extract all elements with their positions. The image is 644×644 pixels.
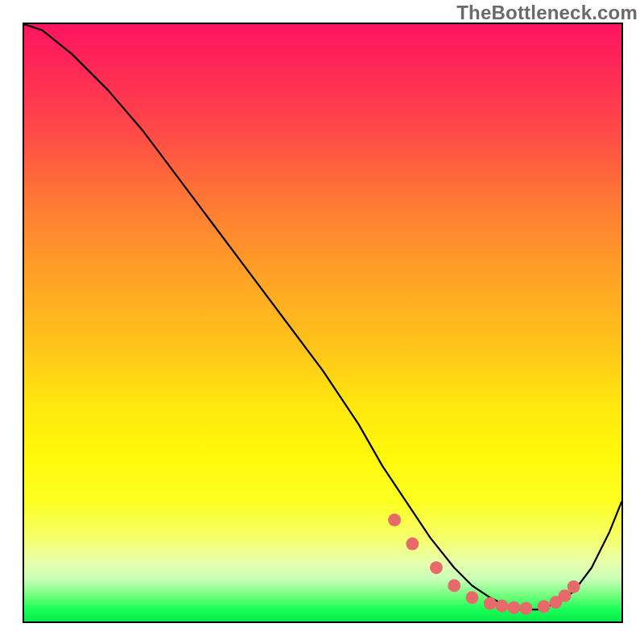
watermark-text: TheBottleneck.com	[456, 2, 638, 24]
valley-marker-group	[388, 514, 580, 615]
valley-marker	[430, 561, 443, 574]
valley-marker	[466, 591, 479, 604]
valley-marker	[496, 600, 509, 613]
valley-marker	[406, 538, 419, 551]
valley-marker	[538, 600, 551, 613]
bottleneck-curve	[24, 24, 621, 609]
valley-marker	[507, 601, 520, 614]
plot-area	[23, 23, 623, 623]
valley-marker	[388, 514, 401, 526]
valley-marker	[448, 580, 460, 592]
valley-marker	[484, 597, 497, 610]
chart-stage: TheBottleneck.com	[0, 0, 644, 644]
valley-marker	[568, 580, 580, 593]
chart-overlay	[24, 24, 621, 621]
valley-marker	[519, 602, 532, 615]
